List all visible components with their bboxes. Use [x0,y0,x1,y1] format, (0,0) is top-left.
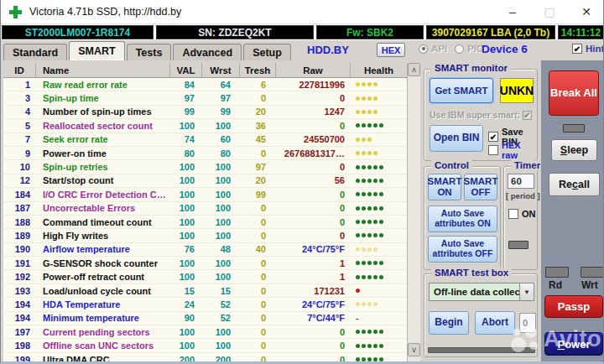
cell-raw: 0 [276,203,351,213]
sleep-button[interactable]: Sleep [551,139,597,161]
table-row[interactable]: 189 High Fly writes 100 100 0 0 [3,229,420,242]
minimize-button[interactable]: – [494,0,531,23]
cell-id: 9 [3,148,36,159]
auto-save-off-button[interactable]: Auto Save attributes OFF [428,236,497,263]
cell-tresh: 0 [240,299,276,309]
table-row[interactable]: 193 Load/unload cycle count 15 15 0 1712… [3,284,420,298]
cell-health-dots [351,233,407,237]
table-row[interactable]: 184 I/O CRC Error Detection C… 100 100 9… [3,188,420,201]
scroll-up-icon[interactable]: ∧ [408,63,420,76]
chevron-down-icon[interactable]: ▼ [519,283,534,300]
cell-id: 7 [3,134,36,144]
column-header-wrst[interactable]: Wrst [202,63,240,77]
table-row[interactable]: 192 Power-off retract count 100 100 0 1 [3,270,420,283]
table-body: 1 Raw read error rate 84 64 6 227811996 … [3,78,420,364]
table-header: ID Name VAL Wrst Tresh Raw Health [3,63,420,78]
cell-id: 1 [3,80,36,90]
cell-val: 200 [170,355,202,364]
hints-label: Hints [586,44,604,54]
smart-test-box-group: SMART test box Off-line data collect ▼ B… [424,273,538,357]
cell-tresh: 0 [240,272,276,282]
cell-tresh: 0 [240,327,276,337]
tab-smart[interactable]: SMART [69,41,124,60]
table-row[interactable]: 9 Power-on time 80 80 0 2676881317… [3,147,420,160]
table-row[interactable]: 199 Ultra DMA CRC 200 200 0 0 [3,353,420,364]
table-scrollbar[interactable]: ∧ ∨ [407,63,420,364]
smart-attributes-table: ID Name VAL Wrst Tresh Raw Health 1 Raw … [1,60,420,364]
cell-wrst: 48 [202,244,240,254]
open-bin-button[interactable]: Open BIN [430,125,483,152]
cell-id: 193 [3,286,36,296]
get-smart-button[interactable]: Get SMART [430,78,493,103]
close-button[interactable]: ✕ [568,0,604,23]
tab-setup[interactable]: Setup [243,44,291,60]
device-label: Device 6 [482,43,528,55]
table-row[interactable]: 187 Uncorrectable Errors 100 100 0 0 [3,202,420,216]
ibm-smart-checkbox[interactable]: ✔ [523,111,532,120]
table-row[interactable]: 188 Command timeout count 100 100 0 0 [3,216,420,229]
drive-capacity: 3907029167 LBA (2,0 Tb) [426,25,555,39]
table-row[interactable]: 197 Current pending sectors 100 100 0 0 [3,325,420,339]
maximize-button[interactable]: ▢ [531,0,568,23]
cell-id: 194 [3,313,36,323]
api-radio[interactable] [419,44,428,54]
auto-save-on-button[interactable]: Auto Save attributes ON [428,205,497,232]
cell-id: 3 [3,93,36,103]
table-row[interactable]: 194 Minimum temperature 90 52 0 7°C/44°F… [3,312,420,325]
cell-val: 80 [170,148,202,159]
cell-val: 90 [170,313,202,323]
cell-health-dots [351,96,407,101]
column-header-raw[interactable]: Raw [276,63,351,77]
cell-health-dots [351,82,407,86]
table-row[interactable]: 198 Offline scan UNC sectors 100 100 0 0 [3,339,420,352]
cell-id: 10 [3,162,36,172]
table-row[interactable]: 4 Number of spin-up times 99 99 20 1247 [3,106,420,119]
passp-button[interactable]: Passp [544,295,603,318]
abort-button[interactable]: Abort [475,311,515,335]
hex-raw-checkbox[interactable] [488,145,498,155]
column-header-id[interactable]: ID [3,63,36,77]
cell-raw: 227811996 [276,80,351,90]
column-header-name[interactable]: Name [36,63,170,77]
hints-checkbox[interactable]: ✔ [572,44,582,54]
timer-on-checkbox[interactable] [508,209,518,219]
smart-status-badge: UNKN [500,78,534,103]
scroll-down-icon[interactable]: ∨ [408,343,420,356]
table-row[interactable]: 10 Spin-up retries 100 100 97 0 [3,160,420,174]
tab-tests[interactable]: Tests [127,44,172,60]
control-group: Control SMART ON SMART OFF Auto Save att… [424,166,501,270]
cell-raw: 56 [276,175,351,185]
cell-name: Spin-up time [36,93,170,103]
column-header-health[interactable]: Health [351,63,407,77]
cell-tresh: 45 [240,134,276,144]
pio-radio[interactable] [455,44,464,54]
cell-health-dots [351,330,407,334]
test-select[interactable]: Off-line data collect ▼ [429,283,534,301]
smart-on-button[interactable]: SMART ON [428,174,461,200]
timer-on-label: ON [522,209,536,219]
begin-button[interactable]: Begin [429,311,469,335]
column-header-val[interactable]: VAL [170,63,202,77]
table-row[interactable]: 1 Raw read error rate 84 64 6 227811996 [3,78,420,91]
test-count-field[interactable]: 0 [519,313,536,333]
timer-period-input[interactable] [508,174,534,189]
table-row[interactable]: 194 HDA Temperature 24 52 0 24°C/75°F [3,298,420,311]
hex-button[interactable]: HEX [377,43,405,57]
hddby-label: HDD.BY [307,44,349,56]
power-button[interactable]: Power [544,332,603,356]
column-header-tresh[interactable]: Tresh [240,63,276,77]
tab-advanced[interactable]: Advanced [173,44,242,60]
table-row[interactable]: 12 Start/stop count 100 100 20 56 [3,174,420,188]
table-row[interactable]: 191 G-SENSOR shock counter 100 100 0 1 [3,257,420,270]
table-row[interactable]: 3 Spin-up time 97 97 0 0 [3,91,420,105]
cell-id: 5 [3,121,36,131]
smart-monitor-group: SMART monitor Get SMART UNKN Use IBM sup… [424,69,538,161]
smart-off-button[interactable]: SMART OFF [464,174,497,200]
recall-button[interactable]: Recall [549,173,600,196]
cell-raw: 7°C/44°F [276,313,351,323]
break-all-button[interactable]: Break All [549,70,599,116]
table-row[interactable]: 7 Seek error rate 74 60 45 24550700 [3,133,420,147]
table-row[interactable]: 190 Airflow temperature 76 48 40 24°C/75… [3,243,420,257]
tab-standard[interactable]: Standard [3,44,67,60]
table-row[interactable]: 5 Reallocated sector count 100 100 36 0 [3,119,420,133]
